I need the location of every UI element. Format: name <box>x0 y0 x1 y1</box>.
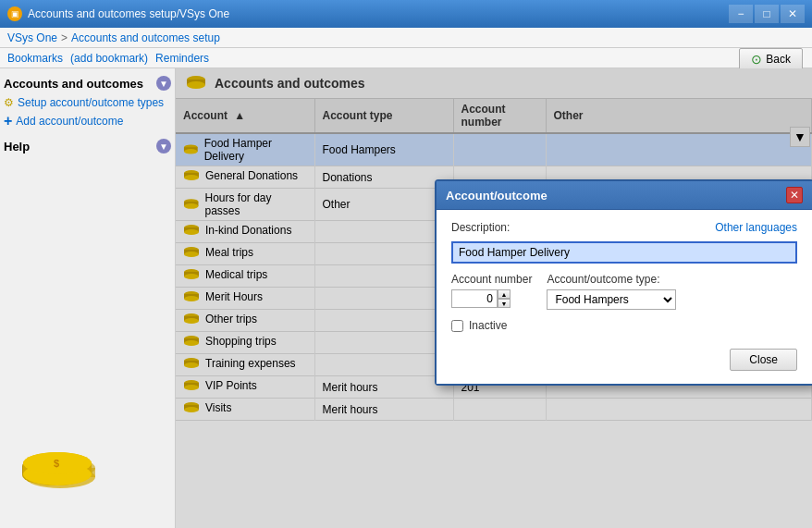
content-area: Accounts and outcomes Account ▲ Account … <box>176 68 812 528</box>
sidebar-help-section: Help ▼ <box>4 139 171 153</box>
app-icon: ▣ <box>7 6 22 21</box>
dialog-close-x-button[interactable]: ✕ <box>786 187 803 203</box>
nav-bar: VSys One > Accounts and outcomes setup <box>0 28 812 48</box>
help-text: Help <box>4 140 30 153</box>
spinner-up-button[interactable]: ▲ <box>498 289 511 299</box>
dialog-footer: Close <box>451 343 797 373</box>
sidebar: Accounts and outcomes ▼ ⚙ Setup account/… <box>0 68 176 528</box>
minimize-button[interactable]: − <box>729 5 753 23</box>
account-number-label: Account number <box>451 273 532 286</box>
spinner-down-button[interactable]: ▼ <box>498 299 511 308</box>
main-layout: Accounts and outcomes ▼ ⚙ Setup account/… <box>0 68 812 528</box>
nav-page-link[interactable]: Accounts and outcomes setup <box>71 31 220 44</box>
sidebar-title: Accounts and outcomes ▼ <box>4 76 171 91</box>
dialog-body: Description: Other languages Account num… <box>437 210 812 384</box>
dialog-close-button[interactable]: Close <box>730 349 797 371</box>
dialog-fields-row: Account number ▲ ▼ Account/outcome type: <box>451 273 797 310</box>
back-button[interactable]: ⊙ Back <box>739 48 803 70</box>
account-type-group: Account/outcome type: Food Hampers Donat… <box>547 273 676 310</box>
account-type-label: Account/outcome type: <box>547 273 676 286</box>
account-type-select[interactable]: Food Hampers Donations Merit hours Other <box>547 289 676 310</box>
add-account-link[interactable]: + Add account/outcome <box>4 113 171 129</box>
account-outcome-dialog: Account/outcome ✕ Description: Other lan… <box>435 179 812 386</box>
dialog-title-bar: Account/outcome ✕ <box>437 181 812 210</box>
nav-separator: > <box>61 31 68 44</box>
add-bookmark-link[interactable]: (add bookmark) <box>70 52 148 65</box>
account-number-input[interactable] <box>451 289 498 308</box>
bookmark-bar: Bookmarks (add bookmark) Reminders <box>0 48 812 68</box>
maximize-button[interactable]: □ <box>755 5 779 23</box>
nav-app-link[interactable]: VSys One <box>7 31 57 44</box>
svg-text:$: $ <box>54 458 59 469</box>
sidebar-collapse-arrow[interactable]: ▼ <box>156 76 171 91</box>
reminders-link[interactable]: Reminders <box>155 52 209 65</box>
account-number-group: Account number ▲ ▼ <box>451 273 532 308</box>
window-controls: − □ ✕ <box>729 5 805 23</box>
back-label: Back <box>766 53 791 66</box>
coin-decoration: $ <box>18 449 102 510</box>
number-input-wrap: ▲ ▼ <box>451 289 532 308</box>
setup-account-link[interactable]: ⚙ Setup account/outcome types <box>4 96 171 109</box>
description-input[interactable] <box>451 241 797 264</box>
back-icon: ⊙ <box>751 52 762 67</box>
dialog-overlay: Account/outcome ✕ Description: Other lan… <box>176 68 812 528</box>
account-type-dropdown-wrap: Food Hampers Donations Merit hours Other <box>547 289 676 310</box>
other-languages-link[interactable]: Other languages <box>715 221 797 234</box>
sidebar-title-text: Accounts and outcomes <box>4 77 143 91</box>
window-title: Accounts and outcomes setup/VSys One <box>28 7 729 20</box>
inactive-label: Inactive <box>469 319 507 332</box>
back-button-area: ⊙ Back <box>739 48 803 70</box>
inactive-row: Inactive <box>451 319 797 332</box>
title-bar: ▣ Accounts and outcomes setup/VSys One −… <box>0 0 812 28</box>
dialog-description-row: Description: Other languages <box>451 221 797 234</box>
close-button[interactable]: ✕ <box>781 5 805 23</box>
description-label: Description: <box>451 221 510 234</box>
spinner-buttons: ▲ ▼ <box>498 289 511 308</box>
add-icon: + <box>4 113 12 129</box>
dialog-title-text: Account/outcome <box>446 189 547 203</box>
setup-account-text[interactable]: Setup account/outcome types <box>18 96 164 109</box>
setup-icon: ⚙ <box>4 96 14 109</box>
add-account-text[interactable]: Add account/outcome <box>16 115 123 128</box>
inactive-checkbox[interactable] <box>451 320 463 332</box>
help-collapse-arrow[interactable]: ▼ <box>156 139 171 153</box>
bookmarks-link[interactable]: Bookmarks <box>7 52 63 65</box>
